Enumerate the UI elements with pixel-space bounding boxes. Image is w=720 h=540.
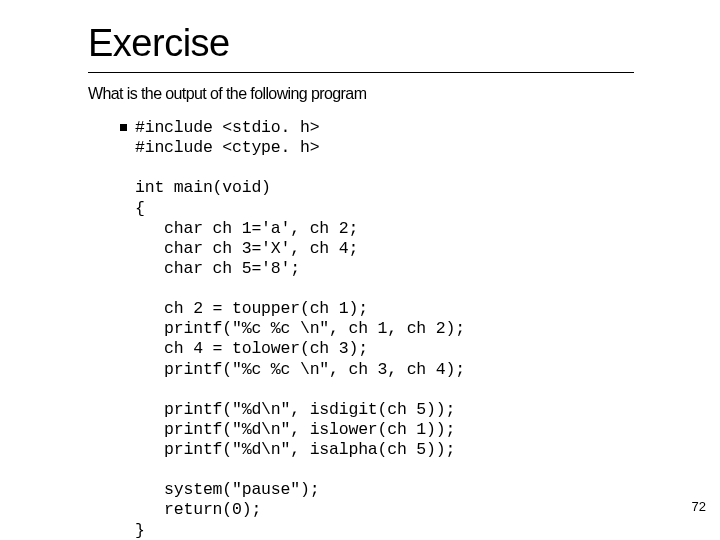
slide-subtitle: What is the output of the following prog… [88,85,366,103]
slide: Exercise What is the output of the follo… [0,0,720,540]
code-block-wrap: #include <stdio. h> #include <ctype. h> … [120,118,465,540]
page-number: 72 [692,499,706,514]
bullet-icon [120,124,127,131]
slide-title: Exercise [88,22,230,65]
title-underline [88,72,634,73]
code-block: #include <stdio. h> #include <ctype. h> … [135,118,465,540]
